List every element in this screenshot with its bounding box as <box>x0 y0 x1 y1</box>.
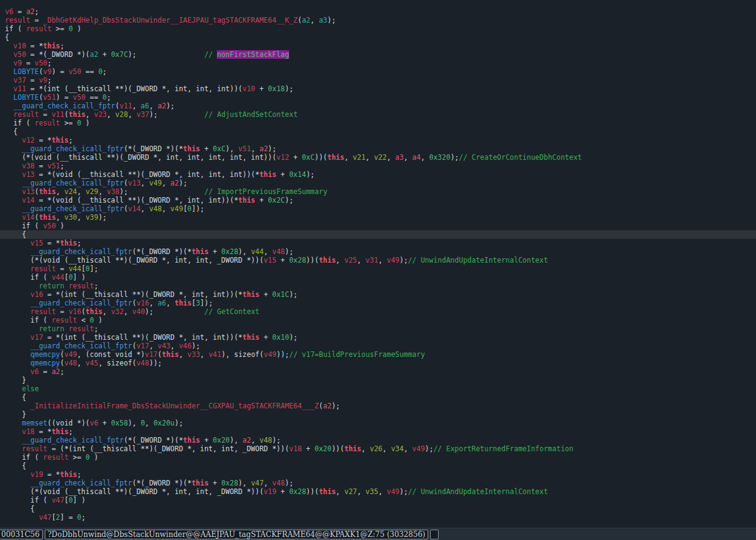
code-line[interactable]: { <box>5 393 756 402</box>
code-line[interactable]: else <box>5 384 756 393</box>
code-line[interactable]: } <box>5 410 756 419</box>
code-line[interactable]: v10 = *this; <box>5 42 756 50</box>
code-token <box>5 419 22 427</box>
code-token: __guard_check_icall_fptr <box>13 102 115 110</box>
code-token: v13 <box>128 179 141 187</box>
code-line[interactable]: if ( result >= 0 ) <box>5 24 756 33</box>
code-line[interactable]: v17 = *(int (__thiscall **)(_DWORD *, in… <box>5 333 756 342</box>
code-line[interactable]: v6 = a2; <box>5 7 756 16</box>
code-token: // AdjustAndSetContext <box>205 110 298 119</box>
code-token: v32 <box>111 307 124 316</box>
code-token: a6 <box>141 102 149 110</box>
code-token <box>5 359 31 367</box>
code-line[interactable]: v18 = *this; <box>5 427 756 436</box>
code-token: ( <box>132 299 137 307</box>
code-line[interactable]: (*(void (__thiscall **)(_DWORD *, int, i… <box>5 487 756 496</box>
code-line[interactable]: v14(this, v30, v39); <box>5 213 756 222</box>
code-line[interactable]: { <box>5 462 756 470</box>
pseudocode-view[interactable]: v6 = a2;result = _DbhGetKdHelp_DbsStackU… <box>0 7 756 522</box>
code-token: this <box>39 187 56 196</box>
code-line[interactable]: } <box>5 376 756 384</box>
code-line[interactable]: result = _DbhGetKdHelp_DbsStackUnwinder_… <box>5 16 756 24</box>
code-token: ); <box>149 110 158 119</box>
code-line[interactable]: _InitializeInitialFrame_DbsStackUnwinder… <box>5 402 756 410</box>
code-line[interactable]: qmemcpy(v49, (const void *)v17(this, v33… <box>5 350 756 359</box>
code-line[interactable]: v13(this, v24, v29, v38); // ImportPrevi… <box>5 187 756 196</box>
code-line[interactable]: (*(void (__thiscall **)(_DWORD *, int, i… <box>5 256 756 264</box>
code-line[interactable]: v47[2] = 0; <box>5 513 756 522</box>
code-line[interactable]: if ( v50 ) <box>5 222 756 230</box>
code-line[interactable]: LOBYTE(v9) = v50 == 0; <box>5 67 756 76</box>
code-token: ) <box>81 119 90 127</box>
code-line[interactable]: if ( result >= 0 ) <box>5 119 756 127</box>
code-line[interactable]: result = v44[0]; <box>5 264 756 273</box>
code-token: = <box>22 59 35 67</box>
code-line[interactable]: __guard_check_icall_fptr(v16, a6, this[3… <box>5 299 756 307</box>
code-line[interactable]: __guard_check_icall_fptr(*(_DWORD *)(*th… <box>5 436 756 444</box>
code-token: else <box>22 384 39 393</box>
code-token: [ <box>64 273 69 282</box>
code-line[interactable]: v13 = *(void (__thiscall **)(_DWORD *, i… <box>5 170 756 179</box>
code-line[interactable]: v11 = *(int (__thiscall **)(_DWORD *, in… <box>5 84 756 93</box>
code-line[interactable]: __guard_check_icall_fptr(*(_DWORD *)(*th… <box>5 247 756 256</box>
code-line[interactable]: result = (*(int (__thiscall **)(_DWORD *… <box>5 444 756 453</box>
code-token: v38 <box>107 187 119 196</box>
code-token: v19 <box>263 487 276 496</box>
code-token: qmemcpy <box>31 359 60 367</box>
code-token: ; <box>77 239 81 247</box>
code-line[interactable]: { <box>0 230 756 239</box>
code-token: ; <box>94 282 98 290</box>
code-line[interactable]: v19 = *this; <box>5 470 756 479</box>
code-line[interactable]: v6 = a2; <box>5 367 756 376</box>
code-line[interactable]: result = v16(this, v32, v40); // GetCont… <box>5 307 756 316</box>
code-token: ); <box>119 187 128 196</box>
code-line[interactable]: { <box>5 33 756 42</box>
code-line[interactable]: if ( result >= 0 ) <box>5 453 756 462</box>
code-line[interactable]: if ( result < 0 ) <box>5 316 756 324</box>
code-line[interactable]: { <box>5 127 756 136</box>
code-token: , <box>170 342 179 350</box>
code-token: __guard_check_icall_fptr <box>22 144 124 153</box>
code-line[interactable]: __guard_check_icall_fptr(v14, v48, v49[0… <box>5 204 756 213</box>
code-token: < <box>77 316 90 324</box>
code-line[interactable]: v50 = *(_DWORD *)(a2 + 0x7C); // nonFirs… <box>5 50 756 59</box>
code-line[interactable]: qmemcpy(v48, v45, sizeof(v48)); <box>5 359 756 367</box>
code-token: 0x20u <box>153 419 175 427</box>
code-line[interactable]: __guard_check_icall_fptr(*(_DWORD *)(*th… <box>5 144 756 153</box>
code-line[interactable]: __guard_check_icall_fptr(v17, v43, v46); <box>5 342 756 350</box>
code-token: , <box>251 436 260 444</box>
code-line[interactable]: if ( v47[0] ) <box>5 496 756 504</box>
code-line[interactable]: memset((void *)(v6 + 0x58), 0, 0x20u); <box>5 419 756 427</box>
code-token: a2 <box>90 50 99 59</box>
code-token: = <box>34 162 47 170</box>
code-token: 0x58 <box>111 419 128 427</box>
code-line[interactable]: v37 = v9; <box>5 76 756 84</box>
code-line[interactable]: return result; <box>5 282 756 290</box>
code-token: v14 <box>128 204 141 213</box>
code-line[interactable]: LOBYTE(v51) = v50 == 0; <box>5 93 756 102</box>
code-line[interactable]: return result; <box>5 324 756 333</box>
code-token: v46 <box>179 342 192 350</box>
code-line[interactable]: __guard_check_icall_fptr(v13, v49, a2); <box>5 179 756 187</box>
code-token: this <box>60 239 77 247</box>
code-token: ); <box>179 179 187 187</box>
code-token: ( <box>60 359 64 367</box>
code-line[interactable]: v9 = v50; <box>5 59 756 67</box>
code-token: v9 <box>13 59 22 67</box>
code-line[interactable]: if ( v44[0] ) <box>5 273 756 282</box>
code-line[interactable]: v15 = *this; <box>5 239 756 247</box>
code-token: v44 <box>51 273 64 282</box>
code-line[interactable]: v16 = *(int (__thiscall **)(_DWORD *, in… <box>5 290 756 299</box>
code-token: a3 <box>319 16 327 24</box>
code-line[interactable]: (*(void (__thiscall **)(_DWORD *, int, i… <box>5 153 756 162</box>
code-line[interactable]: __guard_check_icall_fptr(*(_DWORD *)(*th… <box>5 479 756 487</box>
code-line[interactable]: v12 = *this; <box>5 136 756 144</box>
code-token <box>5 196 22 204</box>
code-line[interactable]: v14 = *(void (__thiscall **)(_DWORD *, i… <box>5 196 756 204</box>
code-line[interactable]: __guard_check_icall_fptr(v11, a6, a2); <box>5 102 756 110</box>
code-line[interactable]: result = v11(this, v23, v28, v37); // Ad… <box>5 110 756 119</box>
code-token <box>153 307 204 316</box>
code-token: , <box>149 299 157 307</box>
code-line[interactable]: v38 = v51; <box>5 162 756 170</box>
code-line[interactable]: { <box>5 504 756 513</box>
